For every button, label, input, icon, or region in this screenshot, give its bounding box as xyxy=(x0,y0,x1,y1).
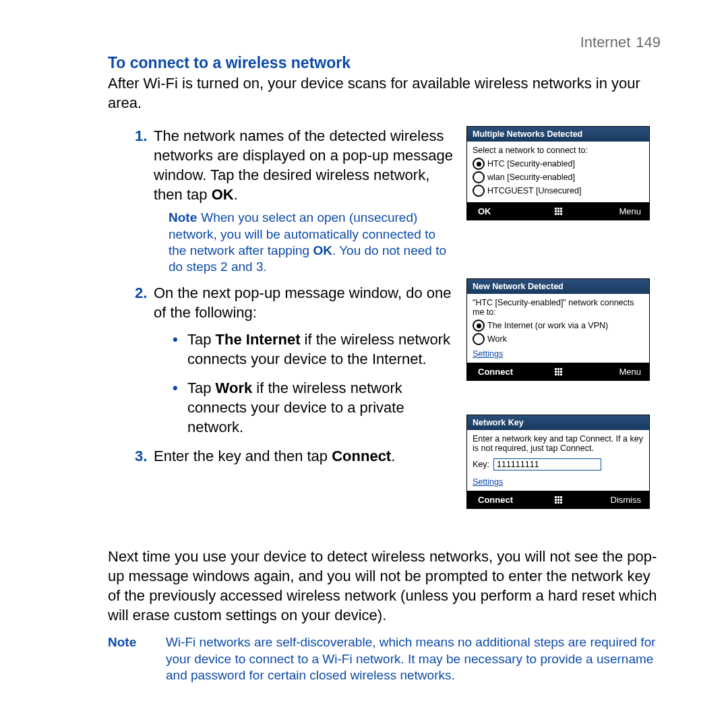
network-option-wlan[interactable]: wlan [Security-enabled] xyxy=(473,171,644,183)
step-1: 1. The network names of the detected wir… xyxy=(135,126,454,275)
dialog-prompt: Enter a network key and tap Connect. If … xyxy=(473,434,644,453)
dialog-prompt: "HTC [Security-enabled]" network connect… xyxy=(473,298,644,317)
softkey-menu[interactable]: Menu xyxy=(568,367,649,377)
softkey-connect[interactable]: Connect xyxy=(467,495,548,505)
footer-note: Note Wi-Fi networks are self-discoverabl… xyxy=(108,634,661,684)
settings-link[interactable]: Settings xyxy=(473,477,503,487)
step-number: 1. xyxy=(135,126,147,146)
intro-paragraph: After Wi-Fi is turned on, your device sc… xyxy=(108,73,661,113)
step-1-note: NoteWhen you select an open (unsecured) … xyxy=(169,210,454,275)
step-number: 3. xyxy=(135,446,147,466)
network-option-htcguest[interactable]: HTCGUEST [Unsecured] xyxy=(473,185,644,197)
dialog-prompt: Select a network to connect to: xyxy=(473,146,644,155)
step-text: The network names of the detected wirele… xyxy=(154,127,453,203)
note-label: Note xyxy=(169,210,197,224)
softkey-dismiss[interactable]: Dismiss xyxy=(568,495,649,505)
key-input[interactable]: 111111111 xyxy=(493,458,601,471)
dialog-title: Multiple Networks Detected xyxy=(467,127,649,142)
step-number: 2. xyxy=(135,283,147,303)
radio-icon xyxy=(473,333,485,345)
dialog-title: New Network Detected xyxy=(467,279,649,294)
dialog-new-network: New Network Detected "HTC [Security-enab… xyxy=(466,278,650,381)
option-internet[interactable]: The Internet (or work via a VPN) xyxy=(473,320,644,332)
dialog-column: Multiple Networks Detected Select a netw… xyxy=(466,126,661,520)
radio-icon xyxy=(473,158,485,170)
note-label: Note xyxy=(108,634,159,684)
softkey-connect[interactable]: Connect xyxy=(467,367,548,377)
note-text: Wi-Fi networks are self-discoverable, wh… xyxy=(166,634,661,684)
option-work[interactable]: Work xyxy=(473,333,644,345)
dialog-title: Network Key xyxy=(467,415,649,430)
radio-icon xyxy=(473,171,485,183)
keyboard-icon[interactable] xyxy=(548,496,568,504)
radio-icon xyxy=(473,320,485,332)
bullet-internet: Tap The Internet if the wireless network… xyxy=(173,330,454,369)
step-3: 3. Enter the key and then tap Connect. xyxy=(135,446,454,466)
section-name: Internet xyxy=(580,34,631,51)
section-title: To connect to a wireless network xyxy=(108,54,661,72)
step-2: 2. On the next pop-up message window, do… xyxy=(135,283,454,436)
page-number: 149 xyxy=(636,34,661,51)
key-label: Key: xyxy=(473,460,489,469)
radio-icon xyxy=(473,185,485,197)
settings-link[interactable]: Settings xyxy=(473,349,503,359)
step-text: Enter the key and then tap Connect. xyxy=(154,448,395,464)
manual-page: Internet149 To connect to a wireless net… xyxy=(0,0,728,728)
closing-paragraph: Next time you use your device to detect … xyxy=(108,547,661,625)
softkey-menu[interactable]: Menu xyxy=(568,206,649,216)
page-header: Internet149 xyxy=(108,34,661,51)
dialog-network-key: Network Key Enter a network key and tap … xyxy=(466,415,650,509)
keyboard-icon[interactable] xyxy=(548,368,568,375)
network-option-htc[interactable]: HTC [Security-enabled] xyxy=(473,158,644,170)
dialog-multiple-networks: Multiple Networks Detected Select a netw… xyxy=(466,126,650,220)
step-text: On the next pop-up message window, do on… xyxy=(154,284,452,321)
bullet-work: Tap Work if the wireless network connect… xyxy=(173,378,454,437)
softkey-ok[interactable]: OK xyxy=(467,206,548,216)
keyboard-icon[interactable] xyxy=(548,208,568,215)
